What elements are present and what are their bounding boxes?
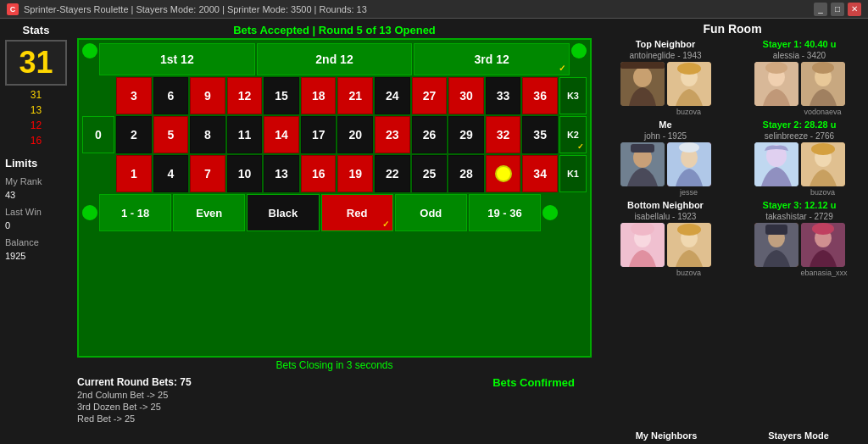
num-22[interactable]: 22: [375, 155, 410, 192]
num-4[interactable]: 4: [153, 155, 189, 192]
num-30[interactable]: 30: [448, 77, 484, 114]
dozen-1[interactable]: 1st 12: [99, 43, 255, 75]
num-20[interactable]: 20: [337, 116, 373, 153]
bet-high[interactable]: 19 - 36: [469, 194, 541, 231]
num-27[interactable]: 27: [412, 77, 448, 114]
num-24[interactable]: 24: [375, 77, 410, 114]
num-2[interactable]: 2: [116, 116, 152, 153]
num-29[interactable]: 29: [448, 116, 484, 153]
num-7[interactable]: 7: [190, 155, 225, 192]
num-13[interactable]: 13: [264, 155, 299, 192]
bottom-info: Current Round Bets: 75 2nd Column Bet ->…: [77, 373, 592, 441]
col-k2[interactable]: K2: [559, 116, 587, 153]
num-23[interactable]: 23: [375, 116, 410, 153]
maximize-button[interactable]: □: [831, 3, 844, 16]
svg-point-23: [812, 62, 834, 74]
number-row-1: 1 4 7 10 13 16 19 22 25 28 31 34 K1: [82, 155, 587, 192]
top-neighbor-label: Top Neighbor: [600, 39, 731, 49]
bet-even[interactable]: Even: [173, 194, 245, 231]
bet-red[interactable]: Red: [321, 194, 393, 231]
stayer1-group: Stayer 1: 40.40 u alessia - 3420: [734, 39, 865, 116]
closing-status: Bets Closing in 3 seconds: [77, 358, 592, 373]
bet-low[interactable]: 1 - 18: [99, 194, 171, 231]
num-16[interactable]: 16: [301, 155, 337, 192]
titlebar-controls[interactable]: _ □ ✕: [814, 3, 861, 16]
num-8[interactable]: 8: [190, 116, 225, 153]
me-group: Me john - 1925: [600, 119, 731, 197]
stats-heading: Stats: [5, 24, 67, 36]
num-17[interactable]: 17: [301, 116, 337, 153]
s2-sub2: buzova: [801, 188, 845, 197]
close-button[interactable]: ✕: [848, 3, 861, 16]
num-3[interactable]: 3: [116, 77, 152, 114]
num-9[interactable]: 9: [190, 77, 225, 114]
stat-val4: 16: [5, 135, 67, 147]
num-0[interactable]: 0: [82, 116, 114, 153]
num-12[interactable]: 12: [227, 77, 263, 114]
num-33[interactable]: 33: [486, 77, 521, 114]
center-panel: Bets Accepted | Round 5 of 13 Opened 1st…: [72, 19, 597, 444]
dozen-3[interactable]: 3rd 12: [414, 43, 570, 75]
num-14[interactable]: 14: [264, 116, 299, 153]
num-34[interactable]: 34: [522, 155, 558, 192]
avatar-takashistar: [754, 223, 798, 267]
svg-rect-31: [765, 225, 787, 235]
num-25[interactable]: 25: [412, 155, 448, 192]
stayer3-label: Stayer 3: 12.12 u: [734, 200, 865, 210]
me-sub2: jesse: [667, 188, 711, 197]
bottom-left-circle-placeholder: [82, 205, 97, 220]
limits-heading: Limits: [5, 157, 67, 169]
minimize-button[interactable]: _: [814, 3, 827, 16]
num-1[interactable]: 1: [116, 155, 152, 192]
bet-line-3: Red Bet -> 25: [77, 413, 492, 424]
avatar-buzova-bottom: [667, 223, 711, 267]
stayer3-name: takashistar - 2729: [734, 212, 865, 221]
stayer3-avatars: [734, 223, 865, 267]
fun-room-title: Fun Room: [600, 22, 865, 36]
stayer1-name: alessia - 3420: [734, 51, 865, 60]
my-neighbors-label: My Neighbors: [600, 430, 732, 441]
neighbors-section: Top Neighbor antoineglide - 1943: [600, 39, 865, 429]
bet-odd[interactable]: Odd: [395, 194, 467, 231]
col-k3[interactable]: K3: [559, 77, 587, 114]
num-35[interactable]: 35: [522, 116, 558, 153]
num-26[interactable]: 26: [412, 116, 448, 153]
svg-point-5: [677, 63, 701, 75]
col-k1[interactable]: K1: [559, 155, 587, 192]
last-win-label: Last Win: [5, 207, 67, 217]
stayer3-group: Stayer 3: 12.12 u takashistar - 2729: [734, 200, 865, 277]
num-36[interactable]: 36: [522, 77, 558, 114]
num-6[interactable]: 6: [153, 77, 189, 114]
num-21[interactable]: 21: [337, 77, 373, 114]
stat-val3: 12: [5, 119, 67, 131]
top-neighbor-name: antoineglide - 1943: [600, 51, 731, 60]
num-19[interactable]: 19: [337, 155, 373, 192]
num-11[interactable]: 11: [227, 116, 263, 153]
num-28[interactable]: 28: [448, 155, 484, 192]
stayer2-label: Stayer 2: 28.28 u: [734, 119, 865, 130]
num-15[interactable]: 15: [264, 77, 299, 114]
stayer2-name: selinbreeze - 2766: [734, 131, 865, 141]
stat-val1: 31: [5, 89, 67, 101]
bet-black[interactable]: Black: [247, 194, 319, 231]
num-32[interactable]: 32: [486, 116, 521, 153]
dozen-2[interactable]: 2nd 12: [257, 43, 413, 75]
bet-line-1: 2nd Column Bet -> 25: [77, 390, 492, 400]
top-right-circle: [571, 43, 587, 58]
top-n-sub2: buzova: [667, 108, 711, 116]
avatar-selinbreeze: [754, 142, 798, 186]
svg-rect-2: [620, 62, 665, 69]
stayers-mode-label: Stayers Mode: [732, 430, 865, 441]
section-footer: My Neighbors Stayers Mode: [600, 429, 865, 441]
bottom-neighbor-avatars: [600, 223, 731, 267]
num-5[interactable]: 5: [153, 116, 189, 153]
bet-line-2: 3rd Dozen Bet -> 25: [77, 402, 492, 412]
num-31[interactable]: 31: [486, 155, 521, 192]
top-left-circle: [82, 43, 97, 58]
svg-point-34: [812, 223, 834, 235]
stayer2-group: Stayer 2: 28.28 u selinbreeze - 2766: [734, 119, 865, 197]
num-10[interactable]: 10: [227, 155, 263, 192]
num-18[interactable]: 18: [301, 77, 337, 114]
s1-sub2: vodonaeva: [801, 108, 845, 116]
svg-point-17: [677, 224, 701, 236]
